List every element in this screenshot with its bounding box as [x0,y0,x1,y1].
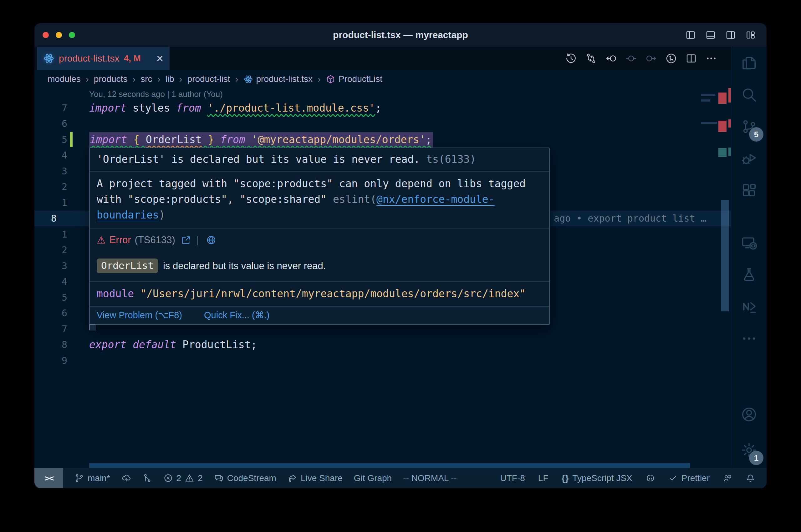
line-number: 3 [34,260,89,271]
minimap-decoration [701,99,710,101]
horizontal-scrollbar[interactable] [34,463,731,468]
line-number: 4 [34,276,89,287]
activity-bar-run-and-debug[interactable] [731,142,767,174]
activity-bar-testing[interactable] [731,259,767,291]
activity-bar-accounts[interactable] [731,397,767,432]
breadcrumb-item-product-list[interactable]: product-list [187,74,230,84]
activity-bar-explorer[interactable] [731,47,767,79]
hover-resize-grip[interactable] [89,324,95,330]
extensions-icon [741,182,758,199]
line-number: 7 [34,102,89,113]
layout-controls [685,23,756,47]
chevron-right-icon: › [85,74,90,84]
minimap-decoration [728,119,731,128]
line-number: 6 [34,308,89,319]
status-copilot[interactable] [645,473,655,483]
customize-layout-icon[interactable] [745,30,756,40]
status-notifications[interactable] [746,473,755,483]
breadcrumb-item-productlist[interactable]: ProductList [326,74,382,84]
status-git-branch[interactable]: main* [74,473,110,483]
breadcrumb-item-src[interactable]: src [141,74,152,84]
git-graph-icon[interactable] [665,53,677,64]
error-sentence: is declared but its value is never read. [163,260,326,272]
toggle-primary-sidebar-icon[interactable] [685,30,696,40]
git-branch-icon [74,473,84,483]
code-line: 7import styles from './product-list.modu… [34,100,731,116]
activity-bar-nx-console[interactable] [731,291,767,323]
open-external-icon[interactable] [181,235,192,245]
timeline-view-icon[interactable] [565,53,577,64]
react-icon [43,53,54,64]
code-editor[interactable]: You, 12 seconds ago | 1 author (You) 7im… [34,88,731,463]
source-control-badge: 5 [749,127,763,141]
code-line: 6 [34,116,731,132]
breadcrumb-item-lib[interactable]: lib [165,74,174,84]
status-feedback[interactable] [723,473,732,483]
line-number: 4 [34,150,89,161]
activity-bar-manage[interactable]: 1 [731,432,767,468]
codelens-blame[interactable]: You, 12 seconds ago | 1 author (You) [89,88,223,100]
toggle-panel-icon[interactable] [705,30,716,40]
window-title: product-list.tsx — myreactapp [333,30,468,40]
zoom-button[interactable] [69,32,75,38]
previous-change-icon[interactable] [605,53,617,64]
minimap-decoration [718,148,727,157]
chevron-right-icon: › [317,74,321,84]
status-vim-mode[interactable]: -- NORMAL -- [403,473,457,483]
activity-bar-remote-explorer[interactable] [731,227,767,259]
comment-icon [214,473,224,483]
manage-badge: 1 [749,451,763,465]
breadcrumb-item-product-list-tsx[interactable]: product-list.tsx [243,74,313,84]
activity-bar-source-control[interactable]: 5 [731,111,767,142]
breadcrumb-item-products[interactable]: products [94,74,127,84]
status-publish-changes[interactable] [122,473,131,483]
activity-bar-extensions[interactable] [731,174,767,206]
vscode-window: product-list.tsx — myreactapp product-li… [34,23,767,488]
check-icon [668,473,678,483]
more-icon [741,330,758,347]
status-bar-left: main*22CodeStreamLive ShareGit Graph-- N… [63,473,457,483]
react-icon [243,74,253,84]
next-change-icon[interactable] [645,53,657,64]
nx-icon [741,298,758,315]
hover-diagnostic-eslint: A project tagged with "scope:products" c… [90,171,549,228]
status-live-share[interactable]: Live Share [288,473,343,483]
activity-bar-additional-views[interactable] [731,323,767,355]
minimize-button[interactable] [56,32,62,38]
status-language-mode[interactable]: {}TypeScript JSX [562,473,632,483]
status-gitlens-status[interactable] [142,473,152,483]
horizontal-scrollbar-thumb[interactable] [89,463,690,468]
status-problems[interactable]: 22 [163,473,203,483]
split-editor-icon[interactable] [685,53,697,64]
open-changes-icon[interactable] [585,53,597,64]
close-tab-icon[interactable]: × [157,53,163,64]
diagnostic-message: 'OrderList' is declared but its value is… [97,153,420,165]
more-actions-icon[interactable] [705,53,717,64]
close-button[interactable] [42,32,49,38]
breadcrumb-item-modules[interactable]: modules [48,74,81,84]
view-problem-link[interactable]: View Problem (⌥F8) [97,310,182,320]
git-blame-annotation: ago • export product list … [554,211,707,227]
git-added-gutter-marker [70,132,73,147]
minimap-decoration [701,94,715,96]
status-codestream[interactable]: CodeStream [214,473,276,483]
warning-triangle-icon: ⚠ [97,234,106,246]
activity-bar-search[interactable] [731,79,767,111]
quick-fix-link[interactable]: Quick Fix... (⌘.) [204,310,269,320]
symbol-chip: OrderList [97,259,158,273]
globe-icon[interactable] [206,235,217,245]
error-hover-tooltip: 'OrderList' is declared but its value is… [89,148,550,325]
scrollbar-slider[interactable] [721,200,729,311]
status-encoding[interactable]: UTF-8 [500,473,525,483]
hover-error-detail: ⚠ Error (TS6133) | OrderList is declared… [90,228,549,281]
tab-product-list[interactable]: product-list.tsx 4, M × [37,47,169,70]
remote-indicator[interactable]: >< [34,468,63,488]
status-git-graph[interactable]: Git Graph [354,473,392,483]
line-number: 1 [34,229,89,240]
cloud-upload-icon [122,473,131,483]
status-prettier[interactable]: Prettier [668,473,710,483]
status-end-of-line[interactable]: LF [538,473,548,483]
title-bar[interactable]: product-list.tsx — myreactapp [34,23,767,47]
toggle-secondary-sidebar-icon[interactable] [725,30,736,40]
current-change-icon[interactable] [625,53,637,64]
